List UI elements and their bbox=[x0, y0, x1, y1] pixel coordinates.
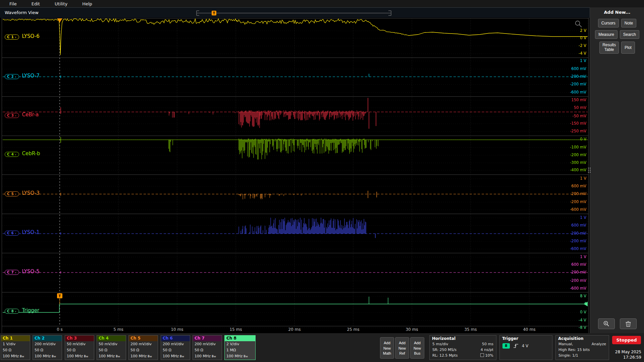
channel-badge-line: 50 mV/div bbox=[65, 341, 94, 347]
delete-button[interactable] bbox=[620, 318, 637, 329]
channel-badge-ch8[interactable]: Ch 82 V/div1 MΩ100 MHzBW bbox=[224, 335, 256, 360]
sample-interval: 4 ns/pt bbox=[481, 347, 493, 353]
scale-label-ch2: -200 mV bbox=[570, 82, 586, 86]
scale-label-ch2: 200 mV bbox=[571, 74, 586, 79]
channel-badge-tag[interactable]: C 8› bbox=[5, 309, 19, 314]
channel-badge-ch1[interactable]: Ch 11 V/div50 Ω100 MHzBW bbox=[1, 335, 30, 360]
channel-label-ch3[interactable]: C 3›CeBr-a bbox=[5, 112, 39, 118]
channel-label-ch8[interactable]: C 8›Trigger bbox=[5, 307, 39, 314]
channel-badge-header: Ch 1 bbox=[1, 336, 30, 341]
scale-label-ch1: -2 V bbox=[579, 43, 586, 48]
channel-badge-line: 100 MHzBW bbox=[1, 353, 30, 360]
trigger-level: 4 V bbox=[522, 344, 529, 348]
channel-badge-ch6[interactable]: Ch 6200 mV/div50 Ω100 MHzBW bbox=[161, 335, 190, 360]
scale-label-ch7: 1 V bbox=[580, 254, 586, 259]
channel-label-ch4[interactable]: C 4›CebR-b bbox=[5, 150, 40, 157]
svg-text:T: T bbox=[213, 11, 215, 15]
scale-label-ch3: 50 mV bbox=[574, 105, 586, 110]
horizontal-panel[interactable]: Horizontal 5 ms/div50 ms SR: 250 MS/s4 n… bbox=[429, 335, 496, 360]
channel-badge-tag[interactable]: C 3› bbox=[5, 113, 19, 118]
date-text: 28 May 2025 bbox=[602, 349, 641, 355]
channel-badge-line: 200 mV/div bbox=[33, 341, 62, 347]
run-status-badge[interactable]: Stopped bbox=[612, 336, 641, 344]
scale-label-ch8: -4 V bbox=[579, 318, 586, 322]
menu-edit[interactable]: Edit bbox=[26, 1, 45, 6]
menu-help[interactable]: Help bbox=[77, 1, 98, 6]
channel-badge-ch5[interactable]: Ch 5200 mV/div50 Ω100 MHzBW bbox=[128, 335, 158, 360]
zoom-button[interactable] bbox=[598, 318, 615, 329]
channel-badge-tag[interactable]: C 6› bbox=[5, 231, 19, 236]
menu-utility[interactable]: Utility bbox=[49, 1, 73, 6]
add-new-math-button[interactable]: AddNewMath bbox=[380, 337, 394, 359]
waveform-canvas[interactable]: T bbox=[2, 17, 588, 333]
record-view-bar[interactable]: T bbox=[196, 8, 391, 18]
channel-badge-tag[interactable]: C 1› bbox=[5, 35, 19, 40]
channel-badge-line: 50 Ω bbox=[97, 347, 126, 353]
panel-drag-handle[interactable] bbox=[588, 168, 591, 173]
channel-badge-line: 100 MHzBW bbox=[161, 353, 190, 360]
channel-label-ch7[interactable]: C 7›LYSO-5 bbox=[5, 268, 40, 275]
scale-label-ch5: 200 mV bbox=[571, 191, 586, 196]
channel-badge-tag[interactable]: C 7› bbox=[5, 270, 19, 275]
channel-badge-line: 50 Ω bbox=[193, 347, 222, 353]
datetime: 28 May 2025 17:26:59 bbox=[602, 349, 641, 360]
channel-name: LYSO-7 bbox=[22, 73, 40, 79]
scale-label-ch7: 200 mV bbox=[571, 270, 586, 275]
channel-badge-ch3[interactable]: Ch 350 mV/div50 Ω100 MHzBW bbox=[65, 335, 94, 360]
acquisition-panel[interactable]: Acquisition Manual,Analyze High Res: 15 … bbox=[555, 335, 609, 360]
trigger-title: Trigger bbox=[500, 336, 552, 341]
magnifier-plus-icon bbox=[603, 320, 610, 327]
scale-label-ch1: 2 V bbox=[580, 28, 586, 33]
channel-label-ch6[interactable]: C 6›LYSO-1 bbox=[5, 229, 40, 236]
channel-badge-tag[interactable]: C 2› bbox=[5, 74, 19, 79]
channel-badge-header: Ch 5 bbox=[129, 336, 158, 341]
cursors-button[interactable]: Cursors bbox=[598, 19, 619, 27]
channel-badge-line: 1 V/div bbox=[1, 341, 30, 347]
acquisition-mode: Manual, bbox=[558, 341, 573, 347]
channel-label-ch5[interactable]: C 5›LYSO-3 bbox=[5, 190, 40, 196]
channel-badge-line: 50 Ω bbox=[129, 347, 158, 353]
scale-label-ch4: -100 mV bbox=[570, 145, 586, 149]
channel-badge-ch4[interactable]: Ch 450 mV/div50 Ω100 MHzBW bbox=[97, 335, 126, 360]
waveform-display[interactable]: T C 1›LYSO-62 V0 V-2 V-4 VC 2›LYSO-71 V6… bbox=[2, 17, 588, 333]
bandwidth-icon: BW bbox=[20, 355, 24, 358]
scale-label-ch6: 600 mV bbox=[571, 223, 586, 228]
scale-label-ch8: 0 V bbox=[580, 310, 586, 314]
view-title: Waveform View bbox=[5, 10, 39, 15]
add-new-ref-button[interactable]: AddNewRef bbox=[395, 337, 409, 359]
scale-label-ch5: 1 V bbox=[580, 176, 586, 181]
measure-button[interactable]: Measure bbox=[595, 30, 618, 39]
channel-badge-tag[interactable]: C 4› bbox=[5, 152, 19, 157]
record-view-graphic: T bbox=[196, 8, 391, 18]
scale-label-ch6: -600 mV bbox=[570, 246, 586, 251]
note-button[interactable]: Note bbox=[621, 19, 636, 27]
channel-name: LYSO-1 bbox=[22, 229, 40, 235]
channel-badge-line: 50 Ω bbox=[65, 347, 94, 353]
results-table-button[interactable]: Results Table bbox=[599, 42, 619, 54]
horizontal-title: Horizontal bbox=[430, 336, 496, 341]
plot-button[interactable]: Plot bbox=[621, 42, 635, 54]
channel-badge-tag[interactable]: C 5› bbox=[5, 191, 19, 196]
time-text: 17:26:59 bbox=[602, 355, 641, 360]
channel-badge-line: 50 Ω bbox=[161, 347, 190, 353]
search-button[interactable]: Search bbox=[620, 30, 639, 39]
scale-label-ch4: -300 mV bbox=[570, 160, 586, 165]
channel-label-ch2[interactable]: C 2›LYSO-7 bbox=[5, 73, 40, 79]
trigger-source-badge: 8 bbox=[502, 343, 510, 349]
axis-label: 35 ms bbox=[461, 327, 480, 332]
horizontal-window: 50 ms bbox=[482, 341, 493, 347]
channel-name: LYSO-6 bbox=[22, 33, 40, 39]
trigger-panel[interactable]: Trigger 8 4 V bbox=[499, 335, 552, 360]
channel-label-ch1[interactable]: C 1›LYSO-6 bbox=[5, 33, 40, 40]
menu-file[interactable]: File bbox=[4, 1, 22, 6]
channel-badge-line: 200 mV/div bbox=[129, 341, 158, 347]
scale-label-ch1: -4 V bbox=[579, 51, 586, 56]
add-new-bus-button[interactable]: AddNewBus bbox=[410, 337, 424, 359]
zoom-glyph-icon bbox=[576, 21, 580, 25]
channel-badge-ch7[interactable]: Ch 7200 mV/div50 Ω100 MHzBW bbox=[193, 335, 222, 360]
trash-icon bbox=[625, 320, 632, 327]
scale-label-ch7: -600 mV bbox=[570, 286, 586, 291]
channel-badge-ch2[interactable]: Ch 2200 mV/div50 Ω100 MHzBW bbox=[33, 335, 62, 360]
scale-label-ch3: 150 mV bbox=[571, 98, 586, 102]
channel-badge-line: 1 MΩ bbox=[225, 347, 255, 353]
